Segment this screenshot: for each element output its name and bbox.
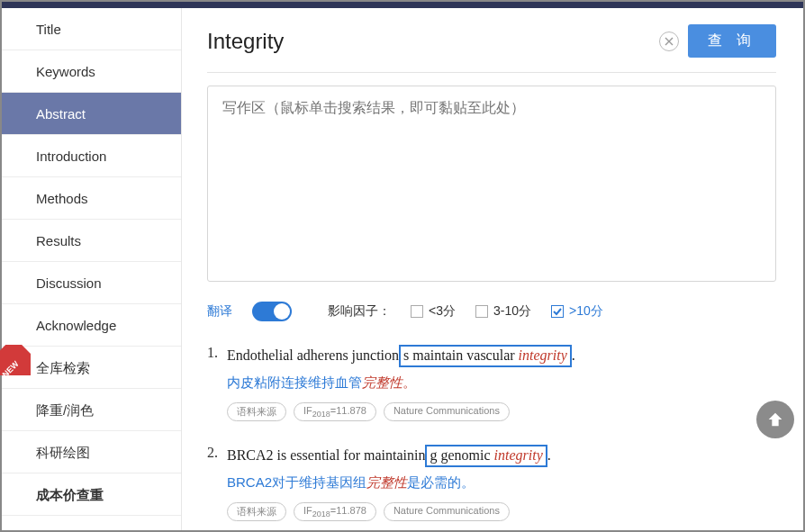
result-sentence: Endothelial adherens junctions maintain …: [227, 345, 776, 367]
sidebar-item-keywords[interactable]: Keywords: [2, 50, 181, 93]
tag-source[interactable]: 语料来源: [227, 402, 286, 421]
main-panel: 查 询 翻译 影响因子： <3分 3-10分 >10分: [182, 8, 803, 530]
tag-journal[interactable]: Nature Communications: [384, 502, 510, 521]
search-row: 查 询: [207, 24, 776, 73]
if-gt10-checkbox[interactable]: >10分: [551, 303, 603, 320]
result-number: 1.: [207, 345, 218, 421]
sidebar-item-acknowledge[interactable]: Acknowledge: [2, 304, 181, 347]
if-lt3-checkbox[interactable]: <3分: [411, 303, 456, 320]
sidebar-item-discussion[interactable]: Discussion: [2, 262, 181, 304]
filter-row: 翻译 影响因子： <3分 3-10分 >10分: [207, 302, 776, 321]
result-translation: 内皮粘附连接维持血管完整性。: [227, 374, 776, 392]
highlight-box: s maintain vascular integrity: [399, 345, 572, 367]
result-item[interactable]: 2. BRCA2 is essential for maintaining ge…: [207, 445, 776, 521]
sidebar: Title Keywords Abstract Introduction Met…: [2, 8, 182, 530]
search-input[interactable]: [207, 29, 650, 54]
scroll-to-top-button[interactable]: [756, 401, 794, 438]
sidebar-item-results[interactable]: Results: [2, 220, 181, 262]
window-topbar: [2, 2, 803, 8]
if-3-10-label: 3-10分: [493, 303, 531, 320]
translate-toggle[interactable]: [252, 302, 292, 321]
sidebar-item-fulldb[interactable]: 全库检索: [2, 347, 181, 389]
sidebar-item-rewrite[interactable]: 降重/润色: [2, 389, 181, 431]
new-badge-icon: [0, 345, 31, 375]
tag-if[interactable]: IF2018=11.878: [294, 502, 376, 521]
app-frame: Title Keywords Abstract Introduction Met…: [0, 0, 805, 532]
sidebar-item-plagiarism[interactable]: 成本价查重: [2, 473, 181, 516]
writing-textarea[interactable]: [207, 86, 776, 282]
highlight-box: g genomic integrity: [425, 445, 547, 467]
if-lt3-label: <3分: [429, 303, 456, 320]
tag-journal[interactable]: Nature Communications: [384, 402, 510, 421]
close-icon: [665, 37, 674, 46]
tag-source[interactable]: 语料来源: [227, 502, 286, 521]
result-tags: 语料来源 IF2018=11.878 Nature Communications: [227, 402, 776, 421]
tag-if[interactable]: IF2018=11.878: [294, 402, 376, 421]
if-gt10-label: >10分: [569, 303, 603, 320]
impact-factor-label: 影响因子：: [328, 303, 391, 320]
result-translation: BRCA2对于维持基因组完整性是必需的。: [227, 474, 776, 491]
results-list: 1. Endothelial adherens junctions mainta…: [207, 345, 776, 521]
result-item[interactable]: 1. Endothelial adherens junctions mainta…: [207, 345, 776, 421]
search-button[interactable]: 查 询: [688, 24, 776, 58]
sidebar-item-introduction[interactable]: Introduction: [2, 135, 181, 177]
clear-search-button[interactable]: [659, 32, 679, 51]
sidebar-item-sciplot[interactable]: 科研绘图: [2, 431, 181, 473]
sidebar-item-methods[interactable]: Methods: [2, 177, 181, 220]
result-tags: 语料来源 IF2018=11.878 Nature Communications: [227, 502, 776, 521]
result-number: 2.: [207, 445, 218, 521]
result-sentence: BRCA2 is essential for maintaining genom…: [227, 445, 776, 467]
sidebar-item-label: 全库检索: [36, 360, 90, 375]
sidebar-item-abstract[interactable]: Abstract: [2, 93, 181, 135]
sidebar-item-title[interactable]: Title: [2, 8, 181, 50]
translate-label: 翻译: [207, 303, 232, 320]
arrow-up-icon: [765, 410, 785, 429]
if-3-10-checkbox[interactable]: 3-10分: [475, 303, 531, 320]
